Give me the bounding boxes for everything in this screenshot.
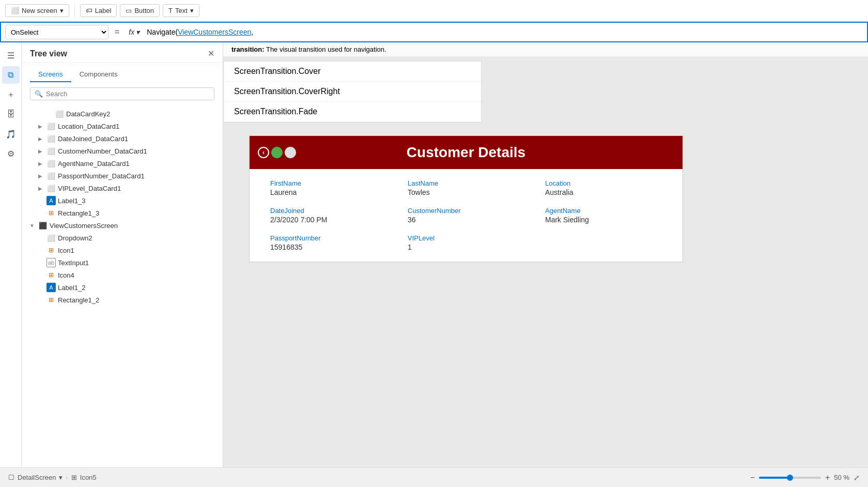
chevron-icon: ▶ [36, 161, 44, 166]
tree-tabs: Screens Components [22, 63, 223, 82]
tab-screens[interactable]: Screens [30, 67, 71, 82]
tree-item-textinput1[interactable]: ab TextInput1 [22, 256, 223, 269]
icon5-icon: ⊞ [71, 474, 77, 481]
main-area: ☰ ⧉ ＋ 🗄 🎵 ⚙ Tree view ✕ Screens Componen… [0, 42, 868, 467]
field-location: Location Australia [545, 179, 662, 196]
transition-dropdown: ScreenTransition.Cover ScreenTransition.… [223, 61, 482, 123]
rect-icon: ⬜ [47, 233, 56, 242]
label-button[interactable]: 🏷 Label [80, 4, 117, 17]
zoom-percent: 50 % [834, 474, 849, 481]
group-icon: ⊞ [47, 270, 56, 280]
button-button[interactable]: ▭ Button [120, 4, 160, 17]
icon5-label: Icon5 [80, 474, 97, 481]
back-button[interactable]: ‹ [258, 147, 269, 158]
transition-fade[interactable]: ScreenTransition.Fade [224, 102, 481, 122]
tree-item-label1-2[interactable]: A Label1_2 [22, 281, 223, 294]
item-label: Dropdown2 [58, 234, 219, 242]
app-canvas-preview: ‹ Customer Details FirstName Laurena Las… [249, 135, 683, 262]
settings-button[interactable]: ⚙ [2, 145, 20, 162]
chevron-icon: ▶ [36, 124, 44, 129]
tree-item-agentname-datacard1[interactable]: ▶ ⬜ AgentName_DataCard1 [22, 157, 223, 170]
item-label: Icon1 [58, 247, 219, 254]
transition-cover[interactable]: ScreenTransition.Cover [224, 62, 481, 82]
item-label: PassportNumber_DataCard1 [58, 172, 219, 180]
tree-item-label1-3[interactable]: A Label1_3 [22, 194, 223, 207]
tree-search-box[interactable]: 🔍 [30, 87, 214, 100]
item-label: Rectangle1_2 [58, 296, 219, 304]
item-label: CustomerNumber_DataCard1 [58, 147, 219, 155]
chevron-icon: ▶ [36, 148, 44, 154]
rect-icon: ⬜ [47, 121, 56, 131]
fx-dropdown-icon: ▾ [136, 28, 140, 36]
item-label: DataCardKey2 [66, 110, 219, 118]
status-bar: ☐ DetailScreen ▾ › ⊞ Icon5 − + 50 % ⤢ [0, 467, 868, 487]
rect-icon: ⬜ [47, 184, 56, 193]
field-lastname: LastName Towles [408, 179, 524, 196]
tree-item-rectangle1-2[interactable]: ⊞ Rectangle1_2 [22, 294, 223, 306]
rect-icon: ⬜ [47, 146, 56, 156]
tree-item-icon1[interactable]: ⊞ Icon1 [22, 244, 223, 256]
app-header: ‹ Customer Details [250, 136, 683, 169]
screen-dropdown-icon[interactable]: ▾ [59, 474, 63, 481]
property-selector[interactable]: OnSelect [5, 25, 109, 39]
formula-bar: OnSelect = fx ▾ Navigate(ViewCustomersSc… [0, 22, 868, 42]
fx-button[interactable]: fx ▾ [126, 28, 143, 36]
zoom-slider-fill [759, 477, 790, 479]
screen-checkbox-icon: ☐ [8, 474, 14, 481]
field-datejoined: DateJoined 2/3/2020 7:00 PM [270, 207, 387, 224]
insert-button[interactable]: ＋ [2, 86, 20, 103]
media-button[interactable]: 🎵 [2, 125, 20, 143]
zoom-in-button[interactable]: + [825, 473, 830, 482]
item-label: Icon4 [58, 271, 219, 279]
transition-coverright[interactable]: ScreenTransition.CoverRight [224, 82, 481, 102]
item-label: Label1_2 [58, 284, 219, 292]
canvas-area: transition: The visual transition used f… [223, 42, 868, 467]
item-label: VIPLevel_DataCard1 [58, 185, 219, 192]
zoom-slider[interactable] [759, 477, 821, 479]
tree-view-button[interactable]: ⧉ [2, 66, 20, 84]
data-button[interactable]: 🗄 [2, 105, 20, 123]
text-button[interactable]: T Text ▾ [163, 4, 199, 17]
app-body: FirstName Laurena LastName Towles Locati… [250, 169, 683, 262]
tree-item-datacardkey2[interactable]: ⬜ DataCardKey2 [22, 108, 223, 120]
tree-close-button[interactable]: ✕ [208, 49, 214, 58]
search-icon: 🔍 [35, 90, 43, 98]
chevron-icon: ▶ [36, 136, 44, 142]
group-icon: ⊞ [47, 208, 56, 218]
zoom-controls: − + 50 % ⤢ [750, 473, 860, 482]
tree-item-viplevel-datacard1[interactable]: ▶ ⬜ VIPLevel_DataCard1 [22, 182, 223, 194]
transition-tooltip-bar: transition: The visual transition used f… [223, 42, 868, 57]
field-viplevel: VIPLevel 1 [408, 234, 524, 251]
tree-item-location-datacard1[interactable]: ▶ ⬜ Location_DataCard1 [22, 120, 223, 132]
toolbar: ⬜ New screen ▾ 🏷 Label ▭ Button T Text ▾ [0, 0, 868, 22]
field-passportnumber: PassportNumber 15916835 [270, 234, 387, 251]
zoom-out-button[interactable]: − [750, 473, 755, 482]
app-title: Customer Details [407, 144, 525, 161]
equals-sign: = [113, 27, 121, 37]
hamburger-button[interactable]: ☰ [2, 47, 20, 64]
rect-icon: ⬜ [47, 171, 56, 180]
label-icon: A [47, 196, 56, 205]
nav-dot1 [271, 147, 283, 158]
item-label: DateJoined_DataCard1 [58, 135, 219, 143]
new-screen-button[interactable]: ⬜ New screen ▾ [5, 4, 69, 17]
tree-item-passportnumber-datacard1[interactable]: ▶ ⬜ PassportNumber_DataCard1 [22, 170, 223, 182]
tree-item-dropdown2[interactable]: ⬜ Dropdown2 [22, 232, 223, 244]
text-icon: T [168, 7, 173, 14]
search-input[interactable] [46, 90, 210, 98]
formula-code: Navigate(ViewCustomersScreen, [147, 28, 253, 36]
rect-icon: ⬜ [55, 109, 64, 118]
item-label: Location_DataCard1 [58, 123, 219, 130]
tab-components[interactable]: Components [71, 67, 126, 82]
label-icon: 🏷 [86, 7, 92, 14]
group-icon: ⊞ [47, 246, 56, 255]
tree-item-rectangle1-3[interactable]: ⊞ Rectangle1_3 [22, 207, 223, 219]
item-label: Label1_3 [58, 197, 219, 205]
tree-item-viewcustomersscreen[interactable]: ▼ ⬛ ViewCustomersScreen [22, 219, 223, 232]
tree-item-customernumber-datacard1[interactable]: ▶ ⬜ CustomerNumber_DataCard1 [22, 145, 223, 157]
tree-item-datejoined-datacard1[interactable]: ▶ ⬜ DateJoined_DataCard1 [22, 132, 223, 145]
field-empty [545, 234, 662, 251]
tree-item-icon4[interactable]: ⊞ Icon4 [22, 269, 223, 281]
expand-button[interactable]: ⤢ [854, 474, 860, 482]
zoom-slider-thumb [787, 475, 793, 481]
